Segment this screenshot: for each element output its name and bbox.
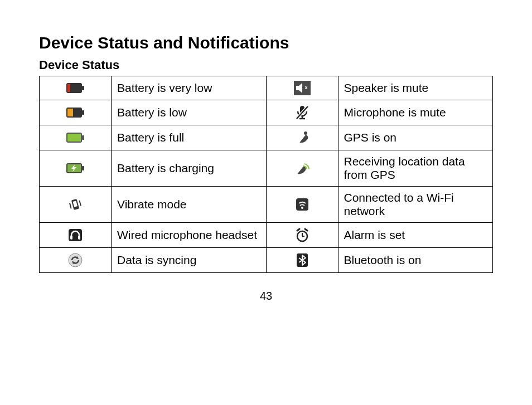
svg-rect-30 bbox=[78, 236, 80, 240]
battery-full-icon bbox=[42, 131, 109, 144]
svg-line-25 bbox=[79, 201, 81, 206]
status-label: Battery is low bbox=[117, 106, 187, 119]
table-row: Battery is full GPS is on bbox=[40, 125, 493, 150]
status-label: Vibrate mode bbox=[117, 198, 187, 211]
bluetooth-on-icon bbox=[269, 253, 336, 267]
gps-on-icon bbox=[269, 130, 336, 145]
status-label: Wired microphone headset bbox=[117, 228, 257, 241]
svg-line-24 bbox=[70, 203, 71, 208]
table-row: Battery is low Microphone is mute bbox=[40, 100, 493, 125]
status-label: Battery is full bbox=[117, 131, 184, 144]
table-row: Wired microphone headset Alarm is set bbox=[40, 223, 493, 248]
wired-headset-icon bbox=[42, 228, 109, 242]
status-label: GPS is on bbox=[344, 131, 397, 144]
table-row: Vibrate mode Connected to a Wi-Fi networ… bbox=[40, 187, 493, 223]
wifi-connected-icon bbox=[269, 197, 336, 212]
gps-receiving-icon bbox=[269, 160, 336, 177]
status-label: Speaker is mute bbox=[344, 81, 429, 94]
svg-line-35 bbox=[305, 229, 307, 231]
svg-rect-1 bbox=[82, 86, 84, 90]
alarm-set-icon bbox=[269, 227, 336, 243]
status-label: Microphone is mute bbox=[344, 106, 446, 119]
svg-rect-19 bbox=[82, 166, 84, 170]
status-label: Data is syncing bbox=[117, 253, 196, 266]
battery-low-icon bbox=[42, 106, 109, 119]
svg-text:x: x bbox=[304, 85, 307, 90]
svg-line-34 bbox=[297, 229, 299, 231]
page-title: Device Status and Notifications bbox=[39, 33, 493, 52]
battery-very-low-icon bbox=[42, 81, 109, 95]
svg-point-36 bbox=[69, 253, 82, 267]
section-title: Device Status bbox=[39, 58, 493, 72]
status-label: Connected to a Wi-Fi network bbox=[344, 191, 454, 217]
table-row: Data is syncing Bluetooth is on bbox=[40, 248, 493, 273]
svg-rect-29 bbox=[70, 236, 72, 240]
speaker-mute-icon: x bbox=[269, 81, 336, 95]
battery-charging-icon bbox=[42, 162, 109, 175]
status-label: Bluetooth is on bbox=[344, 253, 422, 266]
table-row: Battery is charging Receiving location d… bbox=[40, 150, 493, 187]
status-label: Battery is very low bbox=[117, 81, 212, 94]
vibrate-mode-icon bbox=[42, 196, 109, 213]
svg-rect-7 bbox=[82, 110, 84, 115]
status-label: Battery is charging bbox=[117, 162, 214, 174]
status-label: Receiving location data from GPS bbox=[344, 155, 465, 181]
svg-rect-8 bbox=[67, 109, 73, 116]
svg-rect-15 bbox=[82, 135, 84, 140]
svg-point-17 bbox=[304, 131, 307, 135]
table-row: Battery is very low x Speaker is mute bbox=[40, 76, 493, 100]
status-table: Battery is very low x Speaker is mute bbox=[39, 76, 493, 273]
page-number: 43 bbox=[39, 290, 493, 302]
data-syncing-icon bbox=[42, 252, 109, 268]
svg-rect-16 bbox=[67, 134, 81, 141]
svg-point-27 bbox=[301, 207, 303, 209]
microphone-mute-icon bbox=[269, 105, 336, 120]
status-label: Alarm is set bbox=[344, 228, 405, 241]
svg-rect-2 bbox=[67, 84, 70, 92]
